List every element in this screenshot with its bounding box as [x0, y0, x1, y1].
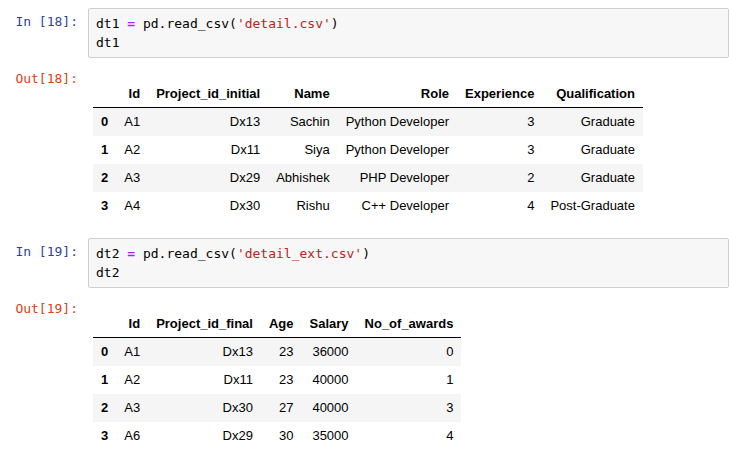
df-cell: Graduate — [542, 108, 643, 137]
table-row: 2 A3 Dx30 27 40000 3 — [93, 394, 461, 422]
code-cell-19: In [19]: dt2 = pd.read_csv('detail_ext.c… — [0, 238, 729, 450]
df-cell: Dx11 — [148, 366, 261, 394]
input-row-18: In [18]: dt1 = pd.read_csv('detail.csv')… — [0, 8, 729, 58]
df-cell: 2 — [457, 164, 542, 192]
df-cell: Rishu — [268, 192, 337, 220]
df-row-index: 1 — [93, 136, 116, 164]
code-token-call: pd.read_csv( — [135, 16, 237, 31]
df-cell: 36000 — [302, 338, 357, 367]
df-column-header: Role — [338, 81, 457, 108]
table-row: 1 A2 Dx11 23 40000 1 — [93, 366, 461, 394]
df-cell: 3 — [457, 136, 542, 164]
df-column-header: Project_id_initial — [148, 81, 268, 108]
df-cell: 4 — [457, 192, 542, 220]
df-column-header: No_of_awards — [357, 311, 462, 338]
df-cell: 3 — [457, 108, 542, 137]
df-cell: A6 — [116, 422, 148, 450]
table-row: 1 A2 Dx11 Siya Python Developer 3 Gradua… — [93, 136, 643, 164]
output-area-18: Id Project_id_initial Name Role Experien… — [88, 68, 729, 220]
df-cell: Sachin — [268, 108, 337, 137]
df-row-index: 1 — [93, 366, 116, 394]
dataframe-table-dt1: Id Project_id_initial Name Role Experien… — [93, 81, 643, 220]
code-token-operator: = — [127, 16, 135, 31]
df-cell: Abhishek — [268, 164, 337, 192]
table-row: 2 A3 Dx29 Abhishek PHP Developer 2 Gradu… — [93, 164, 643, 192]
df-cell: PHP Developer — [338, 164, 457, 192]
output-row-19: Out[19]: Id Project_id_final Age Salary … — [0, 298, 729, 450]
df-column-header: Qualification — [542, 81, 643, 108]
table-row: 3 A6 Dx29 30 35000 4 — [93, 422, 461, 450]
df-cell: 40000 — [302, 394, 357, 422]
output-prompt-18: Out[18]: — [0, 68, 78, 87]
df-corner-header — [93, 311, 116, 338]
df-cell: A4 — [116, 192, 148, 220]
code-line-1: dt2 = pd.read_csv('detail_ext.csv') — [96, 244, 721, 263]
df-cell: Post-Graduate — [542, 192, 643, 220]
df-cell: 23 — [261, 366, 302, 394]
df-cell: Python Developer — [338, 108, 457, 137]
code-token-string: 'detail.csv' — [237, 16, 331, 31]
df-cell: A3 — [116, 164, 148, 192]
df-cell: 30 — [261, 422, 302, 450]
df-cell: Dx11 — [148, 136, 268, 164]
df-column-header: Age — [261, 311, 302, 338]
code-token-string: 'detail_ext.csv' — [237, 246, 362, 261]
df-header-row: Id Project_id_final Age Salary No_of_awa… — [93, 311, 461, 338]
df-cell: Siya — [268, 136, 337, 164]
df-cell: 3 — [357, 394, 462, 422]
df-cell: 23 — [261, 338, 302, 367]
df-row-index: 0 — [93, 108, 116, 137]
df-cell: Python Developer — [338, 136, 457, 164]
code-token-paren: ) — [331, 16, 339, 31]
df-cell: A2 — [116, 366, 148, 394]
df-cell: 0 — [357, 338, 462, 367]
df-corner-header — [93, 81, 116, 108]
df-row-index: 3 — [93, 422, 116, 450]
df-header-row: Id Project_id_initial Name Role Experien… — [93, 81, 643, 108]
df-column-header: Name — [268, 81, 337, 108]
df-cell: A2 — [116, 136, 148, 164]
df-cell: Dx13 — [148, 338, 261, 367]
output-area-19: Id Project_id_final Age Salary No_of_awa… — [88, 298, 729, 450]
input-row-19: In [19]: dt2 = pd.read_csv('detail_ext.c… — [0, 238, 729, 288]
df-cell: 27 — [261, 394, 302, 422]
df-column-header: Project_id_final — [148, 311, 261, 338]
df-cell: Dx29 — [148, 164, 268, 192]
dataframe-table-dt2: Id Project_id_final Age Salary No_of_awa… — [93, 311, 461, 450]
df-cell: Graduate — [542, 136, 643, 164]
df-cell: 35000 — [302, 422, 357, 450]
code-token-variable: dt1 — [96, 16, 127, 31]
code-token-variable: dt2 — [96, 246, 127, 261]
df-row-index: 0 — [93, 338, 116, 367]
output-prompt-19: Out[19]: — [0, 298, 78, 317]
df-cell: Dx13 — [148, 108, 268, 137]
code-cell-18: In [18]: dt1 = pd.read_csv('detail.csv')… — [0, 8, 729, 220]
df-cell: 4 — [357, 422, 462, 450]
code-editor-18[interactable]: dt1 = pd.read_csv('detail.csv') dt1 — [88, 8, 729, 58]
df-cell: 1 — [357, 366, 462, 394]
table-row: 3 A4 Dx30 Rishu C++ Developer 4 Post-Gra… — [93, 192, 643, 220]
df-column-header: Id — [116, 311, 148, 338]
input-prompt-18: In [18]: — [0, 8, 78, 30]
table-row: 0 A1 Dx13 23 36000 0 — [93, 338, 461, 367]
code-line-2: dt1 — [96, 33, 721, 52]
code-editor-19[interactable]: dt2 = pd.read_csv('detail_ext.csv') dt2 — [88, 238, 729, 288]
df-row-index: 2 — [93, 164, 116, 192]
df-cell: Dx30 — [148, 394, 261, 422]
code-line-2: dt2 — [96, 263, 721, 282]
code-token-call: pd.read_csv( — [135, 246, 237, 261]
table-row: 0 A1 Dx13 Sachin Python Developer 3 Grad… — [93, 108, 643, 137]
df-row-index: 2 — [93, 394, 116, 422]
df-cell: Graduate — [542, 164, 643, 192]
df-column-header: Experience — [457, 81, 542, 108]
input-prompt-19: In [19]: — [0, 238, 78, 260]
df-cell: A1 — [116, 108, 148, 137]
df-cell: C++ Developer — [338, 192, 457, 220]
df-cell: A3 — [116, 394, 148, 422]
df-cell: A1 — [116, 338, 148, 367]
code-token-paren: ) — [362, 246, 370, 261]
df-column-header: Salary — [302, 311, 357, 338]
code-token-operator: = — [127, 246, 135, 261]
code-line-1: dt1 = pd.read_csv('detail.csv') — [96, 14, 721, 33]
output-row-18: Out[18]: Id Project_id_initial Name Role… — [0, 68, 729, 220]
